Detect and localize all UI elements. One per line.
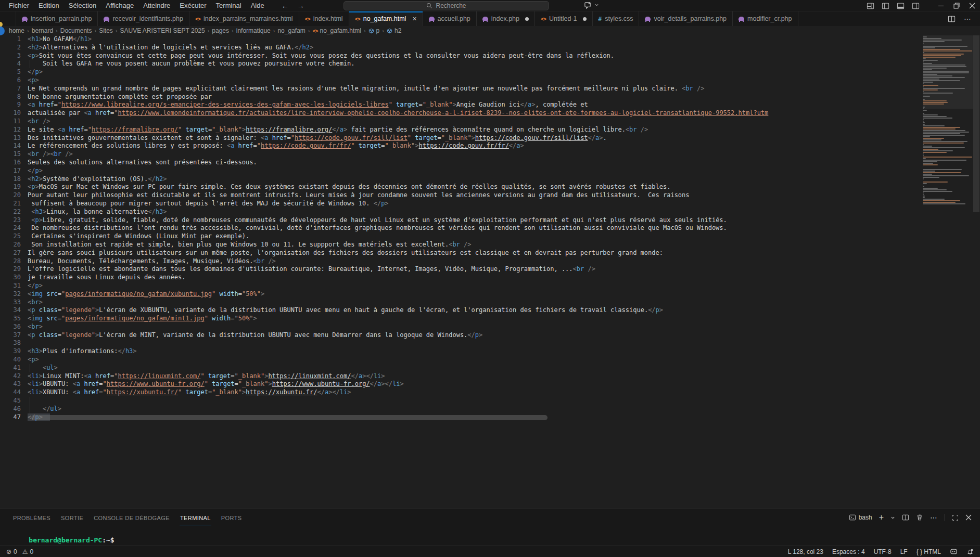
new-terminal-icon[interactable]: + (879, 513, 884, 522)
tab-voir_details_parrains.php[interactable]: voir_details_parrains.php (639, 11, 733, 26)
code-line[interactable]: Le référencement des solutions libres y … (0, 142, 922, 150)
code-line[interactable]: <p>MacOS sur Mac et Windows sur PC pour … (0, 183, 922, 191)
breadcrumb-item-Documents[interactable]: Documents (60, 27, 92, 34)
code-line[interactable] (0, 397, 922, 405)
panel-tab-ports[interactable]: PORTS (221, 510, 243, 525)
panel-tab-sortie[interactable]: SORTIE (60, 510, 84, 525)
menu-affichage[interactable]: Affichage (101, 1, 138, 10)
code-line[interactable]: <ul> (0, 364, 922, 372)
code-editor[interactable]: <h1>No GAFAM</h1><h2>Alternatives à l'ut… (0, 35, 980, 509)
code-line[interactable]: Soit les GAFA ne vous posent aucun probl… (0, 60, 922, 68)
code-line[interactable]: <br> (0, 323, 922, 331)
breadcrumb-item-informatique[interactable]: informatique (236, 27, 271, 34)
code-line[interactable]: <img src="pages/informatique/no_gafam/xu… (0, 290, 922, 299)
status-item-l-128-col-23[interactable]: L 128, col 23 (788, 548, 823, 555)
menu-edition[interactable]: Edition (34, 1, 64, 10)
terminal-shell-chip[interactable]: bash (849, 514, 872, 521)
tab-no_gafam.html[interactable]: <>no_gafam.html× (349, 11, 423, 26)
code-line[interactable]: <p>Soit vous êtes convaincus et cette pa… (0, 52, 922, 60)
code-line[interactable]: <br> (0, 299, 922, 307)
code-line[interactable]: Des initiatives gouvernementales existen… (0, 134, 922, 143)
split-terminal-icon[interactable] (902, 514, 909, 521)
menu-executer[interactable]: Exécuter (175, 1, 211, 10)
code-line[interactable]: <li>XBUNTU: <a href="https://xubuntu.fr/… (0, 388, 922, 397)
code-line[interactable]: </p> (0, 167, 922, 175)
panel-tab-proble-mes[interactable]: PROBLÈMES (12, 510, 51, 525)
code-line[interactable]: <h2>Système d'exploitation (OS).</h2> (0, 175, 922, 184)
chat-button[interactable] (584, 1, 599, 9)
panel-more-icon[interactable]: ⋯ (930, 513, 938, 522)
code-line[interactable]: <li>Linux MINT:<a href="https://linuxmin… (0, 372, 922, 381)
code-line[interactable]: Il gère sans souci plusieurs utilisateur… (0, 249, 922, 257)
status-item-espaces-4[interactable]: Espaces : 4 (832, 548, 865, 555)
tab-styles.css[interactable]: #styles.css (593, 11, 640, 26)
terminal-dropdown-icon[interactable] (890, 515, 895, 520)
minimap[interactable] (923, 36, 973, 205)
code-line[interactable]: <a href="https://www.librealire.org/s-em… (0, 101, 922, 109)
code-line[interactable]: Le site <a href="https://framalibre.org/… (0, 126, 922, 134)
menu-aide[interactable]: Aide (246, 1, 269, 10)
close-tab-icon[interactable]: × (412, 15, 416, 22)
code-line[interactable]: </p> (0, 282, 922, 290)
code-line[interactable]: Seules des solutions alternatives sont p… (0, 159, 922, 167)
menu-atteindre[interactable]: Atteindre (138, 1, 175, 10)
code-line[interactable]: <br /> (0, 118, 922, 126)
menu-terminal[interactable]: Terminal (211, 1, 246, 10)
code-line[interactable]: actualisée par <a href="https://www.lemo… (0, 109, 922, 118)
menu-selection[interactable]: Sélection (64, 1, 101, 10)
tab-index.php[interactable]: index.php (477, 11, 535, 26)
vertical-scrollbar-thumb[interactable] (973, 35, 979, 212)
code-line[interactable]: <h3>Plus d'informations:</h3> (0, 347, 922, 356)
command-center-search[interactable]: Recherche (343, 1, 549, 10)
more-actions-icon[interactable]: ⋯ (964, 15, 972, 23)
tab-accueil.php[interactable]: accueil.php (423, 11, 477, 26)
panel-tab-console-de-de-bogage[interactable]: CONSOLE DE DÉBOGAGE (93, 510, 170, 525)
code-area[interactable]: <h1>No GAFAM</h1><h2>Alternatives à l'ut… (0, 35, 922, 421)
tab-insertion_parrain.php[interactable]: insertion_parrain.php (16, 11, 98, 26)
problems-summary[interactable]: ⊘0⚠0 (6, 548, 36, 555)
status-item-html[interactable]: { } HTML (917, 548, 941, 555)
code-line[interactable]: Une bonne argumentation complète est pro… (0, 93, 922, 101)
code-line[interactable]: je travaille sous Linux depuis des année… (0, 274, 922, 282)
panel-tab-terminal[interactable]: TERMINAL (180, 510, 211, 525)
code-line[interactable] (0, 339, 922, 347)
tab-recevoir_identifiants.php[interactable]: recevoir_identifiants.php (98, 11, 189, 26)
code-line[interactable]: <p>Libre, gratuit, solide, fiable, doté … (0, 216, 922, 225)
horizontal-scrollbar-thumb[interactable] (31, 415, 548, 420)
notifications-bell-icon[interactable] (966, 548, 974, 555)
breadcrumb-item-SAUVE ARISTERI SEPT 2025[interactable]: SAUVE ARISTERI SEPT 2025 (120, 27, 205, 34)
forward-icon[interactable]: → (297, 2, 304, 10)
tab-index_parrains_marraines.html[interactable]: <>index_parrains_marraines.html (189, 11, 299, 26)
code-line[interactable]: suffisent à beaucoup pour migrer surtout… (0, 200, 922, 208)
code-line[interactable]: <p class="legende">L'écran de XUBUNTU, v… (0, 306, 922, 315)
tab-modifier_cr.php[interactable]: modifier_cr.php (733, 11, 798, 26)
code-line[interactable]: <p> (0, 76, 922, 85)
breadcrumb-item-pages[interactable]: pages (212, 27, 229, 34)
breadcrumb-item-bernard[interactable]: bernard (32, 27, 53, 34)
status-item-lf[interactable]: LF (900, 548, 908, 555)
code-line[interactable]: <h1>No GAFAM</h1> (0, 35, 922, 44)
restore-button[interactable] (949, 0, 964, 11)
copilot-icon[interactable] (950, 548, 958, 555)
code-line[interactable]: <p class="legende">L'écran de MINT, vari… (0, 331, 922, 340)
toggle-panel-icon[interactable] (897, 2, 905, 10)
tab-index.html[interactable]: <>index.html (299, 11, 349, 26)
code-line[interactable]: Certaines s'inspirent de Windows (Linux … (0, 232, 922, 241)
code-line[interactable]: Pour autant leur philosophie est discuta… (0, 191, 922, 200)
maximize-panel-icon[interactable] (952, 514, 959, 521)
breadcrumb-item-Sites[interactable]: Sites (99, 27, 113, 34)
toggle-primary-sidebar-icon[interactable] (882, 2, 889, 10)
toggle-secondary-sidebar-icon[interactable] (912, 2, 920, 10)
code-line[interactable]: <br /><br /> (0, 150, 922, 159)
close-window-button[interactable] (964, 0, 980, 11)
status-item-utf-8[interactable]: UTF-8 (874, 548, 892, 555)
menu-fichier[interactable]: Fichier (4, 1, 34, 10)
breadcrumb-item-p[interactable]: p (368, 27, 380, 34)
close-panel-icon[interactable] (965, 514, 972, 521)
customize-layout-icon[interactable] (867, 2, 874, 10)
code-line[interactable]: <h2>Alternatives à l'utilisation de logi… (0, 44, 922, 52)
breadcrumb-item-h2[interactable]: h2 (387, 27, 401, 34)
minimize-button[interactable] (933, 0, 949, 11)
code-line[interactable]: </p> (0, 68, 922, 76)
breadcrumb-item-no_gafam.html[interactable]: <>no_gafam.html (312, 27, 361, 34)
